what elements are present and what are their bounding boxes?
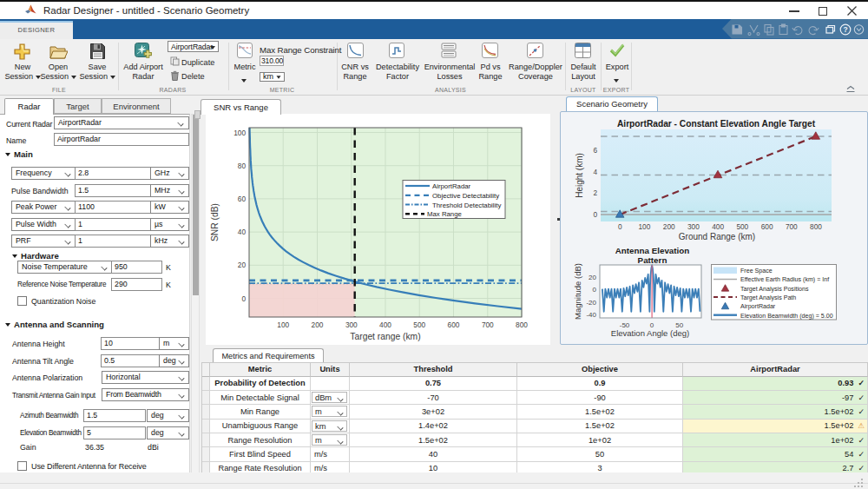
svg-text:100: 100 [638,222,650,231]
svg-text:600: 600 [761,222,773,231]
svg-text:2: 2 [593,188,597,197]
svg-text:800: 800 [516,320,528,329]
svg-text:400: 400 [712,222,724,231]
svg-text:600: 600 [448,320,460,329]
svg-text:80: 80 [238,162,247,170]
svg-text:20: 20 [589,274,596,281]
svg-text:?: ? [843,25,847,34]
svg-text:0: 0 [593,210,597,219]
svg-text:Elevation Angle (deg): Elevation Angle (deg) [611,328,689,338]
svg-text:200: 200 [663,222,675,231]
svg-text:40: 40 [238,228,247,236]
svg-text:AirportRadar - Constant Elevat: AirportRadar - Constant Elevation Angle … [617,119,816,129]
svg-text:500: 500 [413,320,425,329]
svg-text:Objective Detectability: Objective Detectability [432,192,499,200]
svg-text:700: 700 [482,320,494,329]
svg-text:500: 500 [736,222,748,231]
svg-text:6: 6 [593,146,597,155]
svg-text:AirportRadar: AirportRadar [740,303,776,310]
svg-text:SNR (dB): SNR (dB) [210,203,220,241]
svg-text:-40: -40 [586,311,596,319]
svg-text:700: 700 [786,222,798,231]
svg-text:0: 0 [618,222,622,231]
svg-text:400: 400 [379,320,391,329]
svg-text:Pattern: Pattern [638,255,667,265]
svg-text:-20: -20 [586,299,596,307]
svg-text:Max Range: Max Range [427,210,462,218]
svg-text:Height (km): Height (km) [575,153,584,198]
svg-text:AirportRadar: AirportRadar [432,182,471,190]
svg-text:300: 300 [345,320,358,329]
svg-text:Antenna Elevation: Antenna Elevation [615,246,689,255]
svg-text:0: 0 [241,294,246,303]
svg-text:Effective Earth Radius (km) =: Effective Earth Radius (km) = Inf [740,276,829,283]
svg-text:100: 100 [233,129,246,137]
svg-text:100: 100 [277,320,289,329]
svg-text:Free Space: Free Space [740,268,773,274]
svg-text:Target range (km): Target range (km) [350,332,420,341]
svg-text:Ground Range (km): Ground Range (km) [679,232,755,241]
svg-text:60: 60 [238,195,247,203]
svg-text:Threshold Detectability: Threshold Detectability [432,202,501,209]
svg-text:800: 800 [810,222,822,231]
svg-text:Elevation Beamwidth (deg) = 5.: Elevation Beamwidth (deg) = 5.00 [740,313,833,320]
svg-text:0: 0 [593,286,597,294]
svg-text:Magnitude (dB): Magnitude (dB) [573,263,582,320]
svg-text:200: 200 [312,320,324,329]
svg-text:20: 20 [238,261,247,269]
svg-text:300: 300 [687,222,700,231]
svg-text:Target Analysis Path: Target Analysis Path [740,294,796,301]
svg-text:4: 4 [593,168,597,176]
svg-text:Target Analysis Positions: Target Analysis Positions [740,286,809,293]
